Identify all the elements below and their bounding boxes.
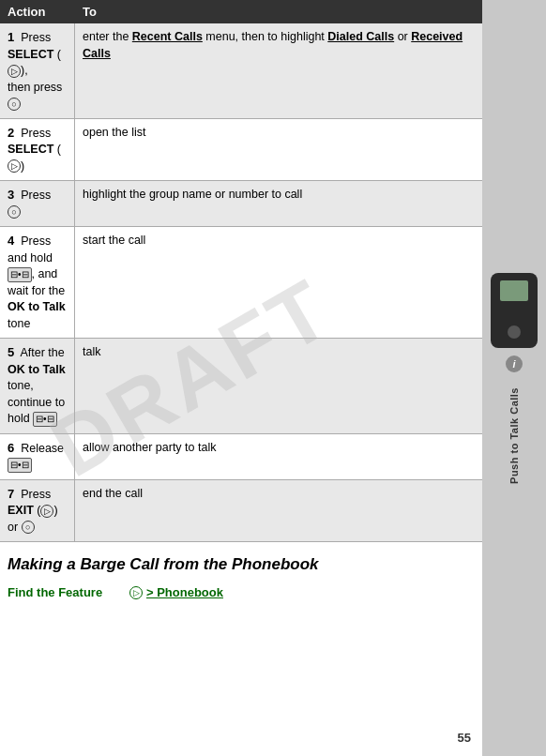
- table-row: 4 Press and hold ⊟•⊟, and wait for the O…: [0, 227, 482, 339]
- menu-recent-calls: Recent Calls: [132, 30, 203, 43]
- row-num-6: 6: [8, 441, 14, 455]
- cell-to-1: enter the Recent Calls menu, then to hig…: [75, 23, 482, 118]
- right-sidebar: i Push to Talk Calls: [482, 0, 546, 756]
- nav-circle-7: ○: [22, 521, 35, 534]
- ptt-icon-5: ⊟•⊟: [33, 412, 57, 427]
- cell-action-4: 4 Press and hold ⊟•⊟, and wait for the O…: [0, 227, 75, 338]
- find-feature-row: Find the Feature ▷ > Phonebook: [0, 580, 482, 605]
- table-row: 6 Release ⊟•⊟ allow another party to tal…: [0, 434, 482, 480]
- nav-icon-7: ▷: [40, 505, 53, 518]
- cell-action-5: 5 After the OK to Talk tone, continue to…: [0, 339, 75, 433]
- device-image: [491, 273, 538, 348]
- section-heading: Making a Barge Call from the Phonebook: [0, 542, 482, 580]
- select-key-1: SELECT: [8, 48, 53, 61]
- nav-circle-1: ○: [8, 98, 21, 111]
- col-action-header: Action: [0, 0, 75, 23]
- cell-action-1: 1 Press SELECT (▷),then press ○: [0, 23, 75, 118]
- phonebook-menu: > Phonebook: [146, 585, 223, 599]
- main-content: Action To 1 Press SELECT (▷),then press …: [0, 0, 482, 756]
- ptt-icon-4: ⊟•⊟: [8, 267, 32, 282]
- table-row: 1 Press SELECT (▷),then press ○ enter th…: [0, 23, 482, 119]
- table-row: 5 After the OK to Talk tone, continue to…: [0, 339, 482, 434]
- row-num-7: 7: [8, 487, 14, 501]
- exit-key-7: EXIT: [8, 504, 34, 517]
- table-header: Action To: [0, 0, 482, 23]
- cell-action-7: 7 Press EXIT (▷) or ○: [0, 480, 75, 542]
- table-row: 7 Press EXIT (▷) or ○ end the call: [0, 480, 482, 543]
- cell-action-6: 6 Release ⊟•⊟: [0, 434, 75, 479]
- cell-to-2: open the list: [75, 119, 482, 181]
- find-feature-icons: ▷ > Phonebook: [129, 585, 223, 599]
- ptt-icon-6: ⊟•⊟: [8, 458, 32, 473]
- nav-circle-3: ○: [8, 205, 21, 219]
- info-icon: i: [506, 355, 523, 372]
- cell-to-5: talk: [75, 339, 482, 433]
- row-num-1: 1: [8, 30, 14, 44]
- row-num-2: 2: [8, 126, 14, 140]
- row-num-3: 3: [8, 188, 14, 202]
- cell-to-7: end the call: [75, 480, 482, 542]
- cell-to-6: allow another party to talk: [75, 434, 482, 479]
- table-row: 2 Press SELECT (▷) open the list: [0, 119, 482, 182]
- device-screen: [500, 280, 528, 301]
- menu-dialed-calls: Dialed Calls: [327, 30, 394, 43]
- sidebar-label: Push to Talk Calls: [508, 387, 520, 484]
- ok-to-talk-4: OK to Talk: [8, 300, 66, 313]
- page-number: 55: [458, 731, 471, 745]
- nav-icon-1: ▷: [8, 65, 21, 78]
- find-feature-label: Find the Feature: [8, 585, 129, 599]
- nav-icon-2: ▷: [8, 159, 21, 173]
- row-num-4: 4: [8, 234, 14, 248]
- cell-action-3: 3 Press ○: [0, 181, 75, 226]
- device-btn: [508, 325, 521, 339]
- cell-action-2: 2 Press SELECT (▷): [0, 119, 75, 181]
- select-key-2: SELECT: [8, 143, 53, 156]
- cell-to-3: highlight the group name or number to ca…: [75, 181, 482, 226]
- page-container: DRAFT Action To 1 Press SELECT (▷),then …: [0, 0, 546, 756]
- col-to-header: To: [75, 0, 482, 23]
- row-num-5: 5: [8, 345, 14, 359]
- ok-to-talk-5: OK to Talk: [8, 363, 66, 376]
- cell-to-4: start the call: [75, 227, 482, 338]
- menu-nav-icon: ▷: [129, 586, 143, 599]
- table-row: 3 Press ○ highlight the group name or nu…: [0, 181, 482, 227]
